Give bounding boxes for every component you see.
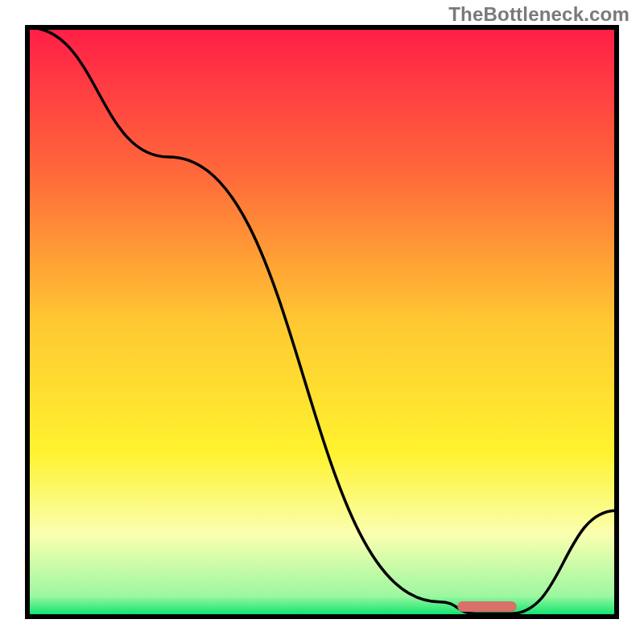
plot-svg [25,25,619,619]
chart-container: TheBottleneck.com [0,0,644,644]
bottleneck-heat-plot [25,25,619,619]
watermark-label: TheBottleneck.com [448,3,630,26]
optimal-range-marker [457,601,516,612]
gradient-field [27,27,617,617]
